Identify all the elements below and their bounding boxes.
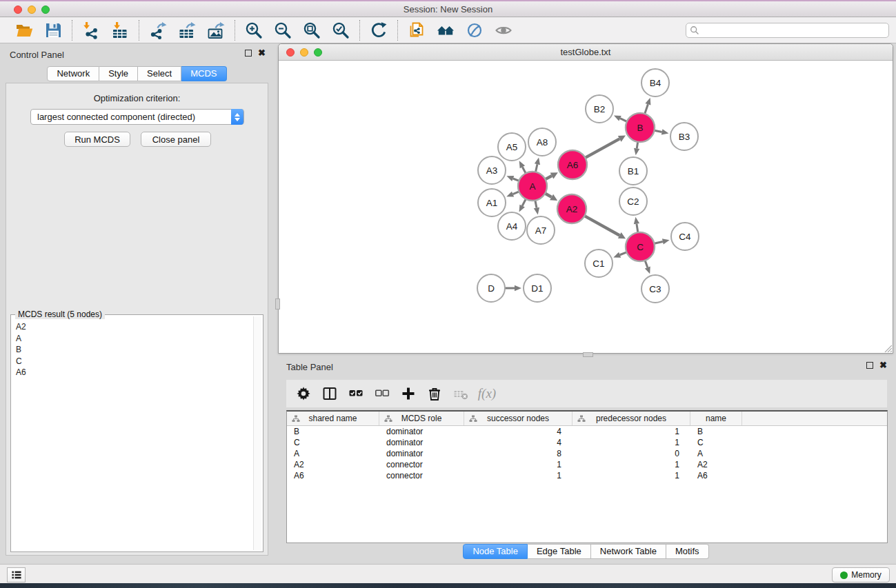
table-cell[interactable]: B — [287, 427, 379, 436]
graph-node-B3[interactable]: B3 — [670, 123, 698, 150]
split-panel-icon[interactable] — [319, 383, 340, 404]
column-header-shared-name[interactable]: shared name — [287, 412, 379, 425]
tab-mcds[interactable]: MCDS — [181, 66, 226, 81]
import-network-icon[interactable] — [79, 20, 103, 41]
graph-edge-A6-B[interactable] — [585, 139, 619, 157]
graph-node-C[interactable]: C — [626, 232, 655, 261]
graph-node-B4[interactable]: B4 — [641, 69, 669, 97]
window-resize-grip[interactable] — [882, 343, 892, 352]
graph-edge-C-C3[interactable] — [645, 261, 648, 267]
graph-node-C2[interactable]: C2 — [619, 187, 647, 215]
eye-icon[interactable] — [492, 20, 515, 41]
table-cell[interactable]: A2 — [690, 460, 742, 469]
table-row[interactable]: A6connector11A6 — [287, 470, 887, 481]
tab-motifs[interactable]: Motifs — [666, 544, 709, 559]
mcds-result-item[interactable]: B — [16, 344, 249, 356]
graph-edge-B-B1[interactable] — [637, 142, 638, 149]
graph-edge-B-B4[interactable] — [645, 104, 648, 114]
tab-node-table[interactable]: Node Table — [463, 544, 528, 559]
zoom-in-icon[interactable] — [242, 20, 266, 41]
table-cell[interactable]: A — [690, 449, 742, 458]
graph-node-C3[interactable]: C3 — [641, 275, 669, 303]
select-all-icon[interactable] — [346, 383, 366, 404]
graph-edge-B-B3[interactable] — [655, 130, 662, 132]
float-panel-icon[interactable] — [245, 50, 252, 57]
close-table-panel-icon[interactable]: ✖ — [879, 362, 887, 369]
export-image-icon[interactable] — [204, 20, 228, 41]
graph-edge-A-A2[interactable] — [545, 194, 551, 197]
graph-node-B[interactable]: B — [626, 113, 655, 142]
horizontal-divider-grip[interactable] — [583, 352, 593, 357]
table-cell[interactable]: A — [287, 449, 379, 458]
mcds-result-item[interactable]: A2 — [16, 321, 249, 333]
memory-button[interactable]: Memory — [832, 567, 890, 582]
deselect-all-icon[interactable] — [372, 383, 392, 404]
zoom-fit-icon[interactable] — [300, 20, 323, 41]
table-cell[interactable]: dominator — [379, 438, 464, 447]
refresh-network-icon[interactable] — [367, 20, 390, 41]
graph-node-B1[interactable]: B1 — [619, 157, 647, 185]
show-hide-panels-icon[interactable] — [434, 20, 457, 41]
table-row[interactable]: Cdominator41C — [287, 437, 887, 448]
table-cell[interactable]: dominator — [379, 427, 464, 436]
table-cell[interactable]: 1 — [573, 471, 690, 480]
mcds-result-item[interactable]: C — [16, 356, 249, 367]
graph-node-A6[interactable]: A6 — [558, 150, 587, 179]
table-cell[interactable]: connector — [379, 471, 464, 480]
table-cell[interactable]: 8 — [464, 449, 573, 458]
table-settings-gear-icon[interactable] — [293, 383, 314, 404]
mcds-result-item[interactable]: A — [16, 333, 249, 345]
table-row[interactable]: Adominator80A — [287, 448, 887, 459]
clone-network-icon[interactable] — [405, 20, 428, 41]
column-header-name[interactable]: name — [690, 412, 742, 425]
graphics-details-icon[interactable] — [463, 20, 486, 41]
table-cell[interactable]: 0 — [573, 449, 690, 458]
column-header-predecessor-nodes[interactable]: predecessor nodes — [573, 412, 690, 425]
table-cell[interactable]: 4 — [464, 438, 573, 447]
export-network-icon[interactable] — [146, 20, 170, 41]
graph-node-D1[interactable]: D1 — [524, 274, 551, 302]
column-header-MCDS-role[interactable]: MCDS role — [379, 412, 464, 425]
network-window-titlebar[interactable]: testGlobe.txt — [279, 44, 893, 61]
graph-node-A5[interactable]: A5 — [498, 133, 526, 161]
open-file-icon[interactable] — [12, 20, 36, 41]
graph-node-A[interactable]: A — [518, 172, 547, 201]
table-cell[interactable]: 1 — [573, 460, 690, 469]
close-panel-button[interactable]: Close panel — [141, 132, 211, 147]
graph-edge-C-C4[interactable] — [654, 241, 662, 243]
graph-node-C4[interactable]: C4 — [671, 223, 699, 250]
graph-edge-A-A3[interactable] — [513, 179, 519, 181]
table-row[interactable]: Bdominator41B — [287, 426, 887, 437]
mcds-result-item[interactable]: A6 — [16, 367, 249, 378]
graph-edge-C-C1[interactable] — [620, 252, 627, 255]
tab-select[interactable]: Select — [138, 66, 181, 81]
task-history-button[interactable] — [7, 567, 26, 582]
table-cell[interactable]: A6 — [287, 471, 379, 480]
criterion-dropdown[interactable]: largest connected component (directed) — [30, 109, 244, 125]
table-cell[interactable]: 1 — [464, 471, 573, 480]
graph-edge-A-A4[interactable] — [522, 199, 526, 206]
graph-edge-A-A8[interactable] — [535, 164, 537, 172]
table-cell[interactable]: 1 — [573, 438, 690, 447]
panel-divider-grip[interactable] — [275, 298, 280, 310]
graph-edge-A-A1[interactable] — [513, 192, 519, 194]
table-cell[interactable]: C — [690, 438, 742, 447]
run-mcds-button[interactable]: Run MCDS — [64, 132, 130, 147]
graph-node-A3[interactable]: A3 — [478, 156, 506, 184]
graph-node-A2[interactable]: A2 — [557, 194, 586, 223]
table-cell[interactable]: 4 — [464, 427, 573, 436]
add-column-icon[interactable] — [398, 383, 419, 404]
tab-network-table[interactable]: Network Table — [591, 544, 666, 559]
graph-node-A1[interactable]: A1 — [478, 189, 506, 216]
search-input[interactable] — [686, 23, 889, 38]
export-table-icon[interactable] — [175, 20, 199, 41]
table-cell[interactable]: dominator — [379, 449, 464, 458]
delete-column-icon[interactable] — [424, 383, 445, 404]
tab-edge-table[interactable]: Edge Table — [528, 544, 591, 559]
table-cell[interactable]: C — [287, 438, 379, 447]
float-table-panel-icon[interactable] — [866, 362, 873, 369]
save-session-icon[interactable] — [41, 20, 65, 41]
graph-node-D[interactable]: D — [477, 274, 505, 302]
graph-edge-A2-C[interactable] — [584, 216, 619, 235]
table-cell[interactable]: 1 — [464, 460, 573, 469]
